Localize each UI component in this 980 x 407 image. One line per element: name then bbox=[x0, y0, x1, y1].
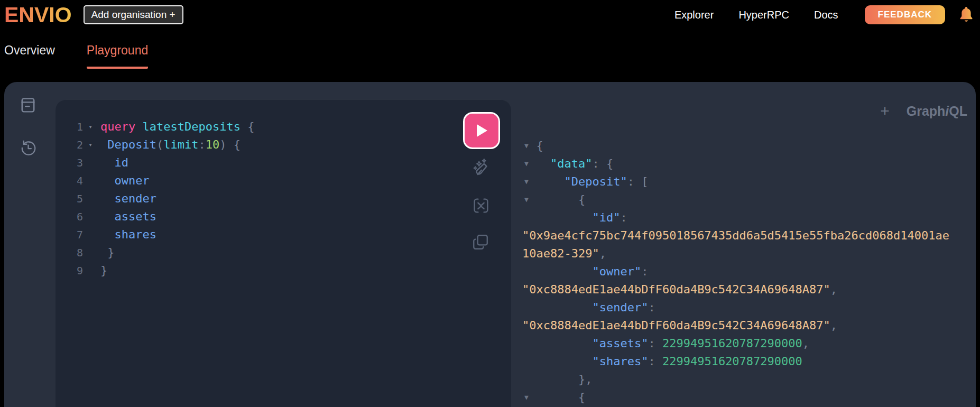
code-token: : bbox=[641, 265, 648, 278]
query-code-line[interactable]: 2▾ Deposit(limit:10) { bbox=[56, 136, 511, 154]
nav-link-explorer[interactable]: Explorer bbox=[674, 9, 714, 21]
line-number: 6 bbox=[56, 208, 83, 226]
query-code-line[interactable]: 1▾query latestDeposits { bbox=[56, 118, 511, 136]
line-number: 5 bbox=[56, 190, 83, 208]
query-code-line[interactable]: 5 sender bbox=[56, 190, 511, 208]
code-token: shares bbox=[100, 228, 156, 241]
code-token: "data" bbox=[550, 157, 592, 170]
history-icon[interactable] bbox=[19, 139, 37, 157]
play-icon bbox=[475, 124, 488, 137]
code-token: : bbox=[648, 337, 662, 350]
line-number: 8 bbox=[56, 244, 83, 262]
fold-arrow-icon[interactable]: ▾ bbox=[83, 118, 98, 136]
code-token: latestDeposits bbox=[135, 120, 241, 133]
code-token: "0xc8884edE1ae44bDfF60da4B9c542C34A69648… bbox=[522, 319, 830, 332]
page-tabs: Overview Playground bbox=[4, 43, 148, 69]
fold-arrow-icon[interactable]: ▼ bbox=[524, 388, 529, 406]
line-number: 3 bbox=[56, 154, 83, 172]
response-line: ▼ "Deposit": [ bbox=[522, 173, 976, 191]
code-token: Deposit bbox=[107, 138, 156, 151]
code-token: : { bbox=[592, 157, 613, 170]
code-line-content: shares bbox=[100, 226, 156, 244]
query-editor-panel[interactable]: 1▾query latestDeposits {2▾ Deposit(limit… bbox=[56, 99, 511, 407]
add-organisation-button[interactable]: Add organisation + bbox=[84, 5, 183, 24]
response-line: ▼ { bbox=[522, 137, 976, 155]
response-line: "id": bbox=[522, 209, 976, 227]
line-number: 2 bbox=[56, 136, 83, 154]
fold-arrow-spacer bbox=[83, 226, 98, 244]
fold-arrow-icon[interactable]: ▾ bbox=[83, 136, 98, 154]
prettify-icon[interactable] bbox=[471, 158, 492, 178]
code-token: limit bbox=[163, 138, 198, 151]
fold-arrow-icon[interactable]: ▼ bbox=[524, 173, 529, 191]
query-code-line[interactable]: 3 id bbox=[56, 154, 511, 172]
code-token: }, bbox=[522, 373, 592, 386]
execute-query-button[interactable] bbox=[463, 112, 500, 149]
code-token: { bbox=[522, 193, 585, 206]
response-line: "shares": 22994951620787290000 bbox=[522, 353, 976, 371]
code-line-content: id bbox=[100, 154, 128, 172]
code-token: , bbox=[830, 283, 837, 296]
fold-arrow-icon[interactable]: ▼ bbox=[524, 137, 529, 155]
code-token: { bbox=[241, 120, 255, 133]
query-code-line[interactable]: 8 } bbox=[56, 244, 511, 262]
query-code-line[interactable]: 6 assets bbox=[56, 208, 511, 226]
nav-link-docs[interactable]: Docs bbox=[814, 9, 838, 21]
bell-icon[interactable] bbox=[958, 6, 975, 24]
feedback-button[interactable]: FEEDBACK bbox=[865, 5, 945, 24]
app-header: ENVIO Add organisation + Explorer HyperR… bbox=[0, 0, 980, 26]
code-token: sender bbox=[100, 192, 156, 205]
response-toolbar: + GraphiQL bbox=[880, 103, 967, 119]
code-token: ( bbox=[156, 138, 163, 151]
code-line-content: Deposit(limit:10) { bbox=[100, 136, 241, 154]
code-token bbox=[100, 138, 107, 151]
response-line: }, bbox=[522, 371, 976, 388]
line-number: 9 bbox=[56, 262, 83, 280]
code-token: , bbox=[599, 247, 606, 260]
code-token: : bbox=[620, 211, 627, 224]
line-number: 7 bbox=[56, 226, 83, 244]
copy-icon[interactable] bbox=[471, 233, 492, 253]
code-token: query bbox=[100, 120, 135, 133]
tab-playground[interactable]: Playground bbox=[87, 43, 148, 69]
merge-fragments-icon[interactable] bbox=[471, 196, 492, 216]
code-token: "0xc8884edE1ae44bDfF60da4B9c542C34A69648… bbox=[522, 283, 830, 296]
code-token: 22994951620787290000 bbox=[662, 355, 802, 368]
code-token: "sender" bbox=[522, 301, 648, 314]
response-line: "owner": bbox=[522, 263, 976, 281]
code-token: "0x9ae4cfc75bc744f095018567435dd6a5d5415… bbox=[522, 229, 949, 242]
code-line-content: query latestDeposits { bbox=[100, 118, 254, 136]
code-token: id bbox=[100, 156, 128, 169]
code-line-content: assets bbox=[100, 208, 156, 226]
code-token: "Deposit" bbox=[564, 175, 627, 188]
fold-arrow-spacer bbox=[83, 172, 98, 190]
graphiql-logo: GraphiQL bbox=[907, 104, 967, 119]
query-code-line[interactable]: 4 owner bbox=[56, 172, 511, 190]
code-token: : bbox=[648, 355, 662, 368]
code-token: , bbox=[830, 319, 837, 332]
graphiql-logo-part3: QL bbox=[949, 104, 967, 118]
fold-arrow-icon[interactable]: ▼ bbox=[524, 155, 529, 173]
fold-arrow-spacer bbox=[83, 190, 98, 208]
fold-arrow-spacer bbox=[83, 154, 98, 172]
code-token: "shares" bbox=[522, 355, 648, 368]
tab-overview[interactable]: Overview bbox=[4, 43, 55, 69]
code-line-content: } bbox=[100, 262, 107, 280]
fold-arrow-spacer bbox=[83, 244, 98, 262]
response-line: ▼ { bbox=[522, 388, 976, 406]
code-token: { bbox=[522, 391, 585, 404]
docs-icon[interactable] bbox=[19, 96, 38, 115]
code-line-content: owner bbox=[100, 172, 150, 190]
query-code-line[interactable]: 9} bbox=[56, 262, 511, 280]
query-code-line[interactable]: 7 shares bbox=[56, 226, 511, 244]
fold-arrow-spacer bbox=[83, 262, 98, 280]
fold-arrow-icon[interactable]: ▼ bbox=[524, 191, 529, 209]
code-token: } bbox=[100, 264, 107, 277]
nav-link-hyperrpc[interactable]: HyperRPC bbox=[738, 9, 789, 21]
add-tab-plus-icon[interactable]: + bbox=[880, 103, 890, 119]
code-token: } bbox=[100, 246, 115, 259]
envio-logo[interactable]: ENVIO bbox=[4, 4, 72, 26]
code-token: 10 bbox=[206, 138, 220, 151]
playground-container: 1▾query latestDeposits {2▾ Deposit(limit… bbox=[4, 82, 976, 407]
response-line: "0xc8884edE1ae44bDfF60da4B9c542C34A69648… bbox=[522, 317, 976, 335]
